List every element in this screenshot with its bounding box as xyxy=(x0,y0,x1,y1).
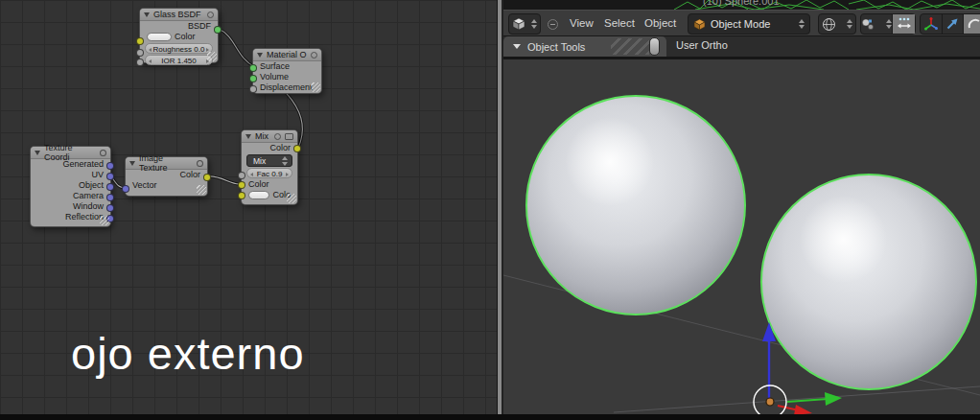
input-label: Vector xyxy=(132,180,157,191)
output-label: BSDF xyxy=(188,21,211,32)
updown-arrows-icon xyxy=(531,19,537,29)
output-label: Color xyxy=(179,170,200,180)
sphere-object-right[interactable] xyxy=(760,174,977,390)
panel-collapse-icon[interactable] xyxy=(513,44,521,49)
socket-bsdf-out[interactable] xyxy=(214,26,222,34)
mode-label: Object Mode xyxy=(711,18,770,30)
color2-swatch[interactable] xyxy=(248,191,269,199)
collapse-icon[interactable] xyxy=(245,134,251,139)
manipulator-group xyxy=(920,13,980,35)
socket-color-in[interactable] xyxy=(136,37,144,45)
pivot-group xyxy=(860,13,916,35)
node-glass-bsdf[interactable]: Glass BSDF BSDF Color Roughness 0.0 IOR … xyxy=(139,8,219,63)
socket-color-out[interactable] xyxy=(203,174,211,181)
viewport-area: (10) Sphere.001 View Select Object Objec… xyxy=(503,0,980,420)
output-label: Window xyxy=(73,201,104,212)
input-label: Color xyxy=(175,32,196,42)
collapse-menus-icon[interactable] xyxy=(548,19,558,30)
output-label: Color xyxy=(269,143,291,153)
node-image-texture[interactable]: Image Texture Color Vector xyxy=(125,156,208,197)
socket-generated-out[interactable] xyxy=(106,162,114,170)
socket-uv-out[interactable] xyxy=(106,173,114,180)
updown-arrows-icon xyxy=(799,19,805,29)
output-label: Reflection xyxy=(65,212,104,222)
axis-tripod-icon xyxy=(923,16,939,32)
pin-icon[interactable] xyxy=(649,37,660,56)
output-label: Object xyxy=(79,180,104,191)
pivot-point-dropdown[interactable] xyxy=(861,14,893,34)
manipulator-toggle-button[interactable] xyxy=(921,14,943,34)
roughness-slider[interactable]: Roughness 0.0 xyxy=(145,43,213,54)
socket-reflection-out[interactable] xyxy=(106,215,114,222)
panel-title: Object Tools xyxy=(527,41,585,53)
socket-fac-in[interactable] xyxy=(238,172,245,179)
menu-view[interactable]: View xyxy=(570,11,594,35)
input-label: Colo xyxy=(272,190,291,200)
object-mode-icon xyxy=(693,18,706,31)
socket-roughness-in[interactable] xyxy=(136,49,144,57)
clock-icon xyxy=(207,12,214,18)
socket-displacement-in[interactable] xyxy=(249,85,257,93)
collapse-icon[interactable] xyxy=(144,12,150,17)
node-title: Glass BSDF xyxy=(153,10,201,19)
viewport-editor-icon xyxy=(512,17,525,31)
blend-mode-dropdown[interactable]: Mix xyxy=(246,154,292,167)
socket-object-out[interactable] xyxy=(106,183,114,191)
input-label: Volume xyxy=(260,72,289,82)
mode-dropdown[interactable]: Object Mode xyxy=(688,13,810,35)
area-splitter[interactable] xyxy=(497,0,503,420)
node-editor-region[interactable]: Glass BSDF BSDF Color Roughness 0.0 IOR … xyxy=(0,0,497,420)
socket-surface-in[interactable] xyxy=(249,64,257,72)
input-label: Surface xyxy=(260,61,290,72)
view-orientation-label: User Ortho xyxy=(676,39,728,51)
bottom-edge xyxy=(0,414,980,420)
updown-arrows-icon xyxy=(282,156,288,166)
pivot-icon xyxy=(861,17,875,31)
fac-slider[interactable]: Fac 0.9 xyxy=(246,168,292,178)
socket-camera-out[interactable] xyxy=(106,194,114,201)
menu-object[interactable]: Object xyxy=(644,11,676,35)
editor-type-button[interactable] xyxy=(508,13,541,35)
output-label: Camera xyxy=(73,191,104,201)
node-title: Mix xyxy=(255,131,268,141)
info-object-name: (10) Sphere.001 xyxy=(703,0,780,7)
node-mix[interactable]: Mix Color Mix Fac 0.9 Color Colo xyxy=(241,129,298,205)
collapse-icon[interactable] xyxy=(129,161,135,166)
output-label: UV xyxy=(91,170,104,180)
collapse-icon[interactable] xyxy=(257,53,263,58)
clock-icon xyxy=(274,133,281,140)
rotate-manipulator-button[interactable] xyxy=(964,14,980,34)
viewport-shading-icon xyxy=(822,17,836,32)
blender-window: Glass BSDF BSDF Color Roughness 0.0 IOR … xyxy=(0,0,980,420)
socket-color1-in[interactable] xyxy=(238,181,245,189)
color-swatch[interactable] xyxy=(147,33,172,41)
node-title: Material O xyxy=(267,50,307,59)
rotate-arc-icon xyxy=(967,16,980,32)
panel-drag-stripes xyxy=(611,38,649,55)
center-points-icon xyxy=(897,16,912,32)
node-texture-coordinate[interactable]: Texture Coordi Generated UV Object Camer… xyxy=(30,146,111,227)
ior-slider[interactable]: IOR 1.450 xyxy=(145,55,213,65)
object-tools-panel-header[interactable]: Object Tools xyxy=(503,36,666,57)
translate-manipulator-button[interactable] xyxy=(943,14,965,34)
menu-select[interactable]: Select xyxy=(604,11,635,35)
socket-window-out[interactable] xyxy=(106,204,114,212)
shading-dropdown[interactable] xyxy=(818,13,856,35)
node-material-output[interactable]: Material O Surface Volume Displacement xyxy=(252,48,322,94)
annotation-text: ojo externo xyxy=(71,327,305,380)
input-label: Displacement xyxy=(260,82,313,93)
manipulate-centers-toggle[interactable] xyxy=(893,14,915,34)
socket-vector-in[interactable] xyxy=(122,185,129,193)
info-strip: (10) Sphere.001 xyxy=(503,0,980,10)
updown-arrows-icon xyxy=(847,19,852,29)
clock-icon xyxy=(100,150,106,156)
viewport-header: View Select Object Object Mode xyxy=(503,10,980,36)
viewport-3d xyxy=(503,59,980,414)
tool-shelf: Object Tools User Ortho xyxy=(503,36,980,57)
socket-ior-in[interactable] xyxy=(136,58,144,66)
sphere-object-left[interactable] xyxy=(525,95,746,315)
socket-color-out[interactable] xyxy=(293,145,301,152)
socket-volume-in[interactable] xyxy=(249,75,257,82)
collapse-icon[interactable] xyxy=(35,151,40,155)
socket-color2-in[interactable] xyxy=(238,192,245,199)
